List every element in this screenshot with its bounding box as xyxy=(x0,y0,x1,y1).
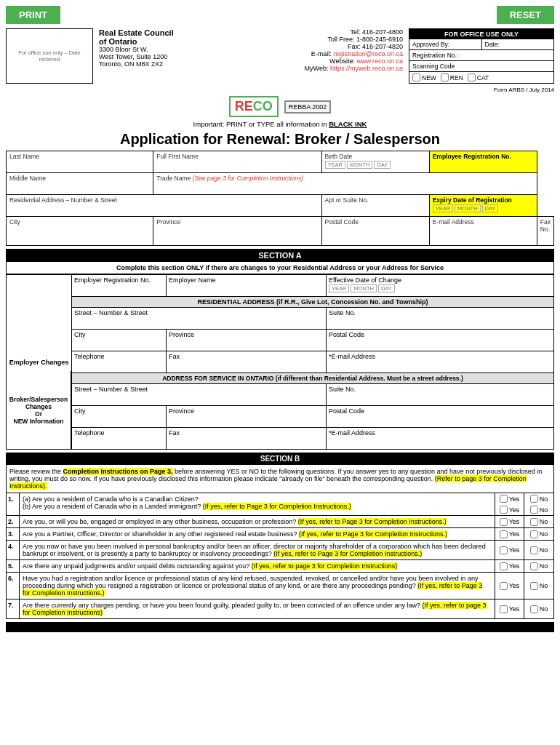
residential-address-input[interactable] xyxy=(9,204,319,215)
q5-yes-checkbox[interactable] xyxy=(500,562,508,570)
residential-address-label: Residential Address – Number & Street xyxy=(9,196,319,204)
logos-row: RECO REBBA 2002 xyxy=(6,96,554,117)
q4-yes-checkbox[interactable] xyxy=(500,546,508,554)
full-first-name-input[interactable] xyxy=(156,160,318,171)
city-label: City xyxy=(9,218,150,226)
q1b-no-checkbox[interactable] xyxy=(530,506,538,514)
ren-checkbox[interactable] xyxy=(441,73,449,81)
approved-by-label: Approved By: xyxy=(409,39,482,49)
apt-suite-input[interactable] xyxy=(325,204,426,215)
contact-info: Tel: 416-207-4800 Toll Free: 1-800-245-6… xyxy=(254,28,403,84)
office-box-label: For office use only – Date recieved xyxy=(8,49,91,63)
cat-checkbox[interactable] xyxy=(468,73,476,81)
city-a-input[interactable] xyxy=(74,338,164,349)
email-line: E-mail: registration@reco.on.ca xyxy=(254,50,403,57)
last-name-label: Last Name xyxy=(9,153,150,160)
apt-suite-label: Apt or Suite No. xyxy=(325,196,426,204)
last-name-cell: Last Name xyxy=(7,151,153,173)
fax-no-input[interactable] xyxy=(540,233,551,244)
email-input[interactable] xyxy=(433,226,534,236)
q3-no: No xyxy=(530,530,548,538)
q6-yes-checkbox[interactable] xyxy=(500,582,508,590)
form-id: Form ARBS / July 2014 xyxy=(6,87,554,93)
date-label: Date: xyxy=(482,39,554,49)
email-a-input[interactable] xyxy=(329,360,551,371)
effective-date-label: Effective Date of Change xyxy=(329,276,401,284)
top-bar: PRINT RESET xyxy=(6,6,554,24)
province-a-cell: Province xyxy=(167,330,327,351)
q3-num: 3. xyxy=(7,528,20,540)
employer-name-input[interactable] xyxy=(169,284,324,295)
myweb-value: https://myweb.reco.on.ca xyxy=(330,65,403,72)
fax-no-cell: Fax No. xyxy=(537,217,553,246)
q5-yes: Yes xyxy=(500,562,520,570)
postal-code-input[interactable] xyxy=(325,226,426,236)
email-a-cell: *E-mail Address xyxy=(327,351,554,373)
middle-name-input[interactable] xyxy=(9,182,150,193)
residential-address-cell: Residential Address – Number & Street xyxy=(7,195,322,217)
q1b-no: No xyxy=(530,506,548,514)
email-label-personal: E-mail Address xyxy=(433,218,534,226)
q1b-yes-checkbox[interactable] xyxy=(500,506,508,514)
postal-code-a-input[interactable] xyxy=(329,338,551,349)
question-6-row: 6. Have you had a registration and/or li… xyxy=(6,573,554,599)
street-number-input[interactable] xyxy=(74,316,324,327)
q6-no: No xyxy=(530,582,548,590)
tel-fax-row: Telephone Fax *E-mail Address xyxy=(7,351,554,373)
q2-no-checkbox[interactable] xyxy=(530,518,538,526)
q7-yes-checkbox[interactable] xyxy=(500,605,508,613)
q6-yes: Yes xyxy=(500,582,520,590)
q6-no-checkbox[interactable] xyxy=(530,582,538,590)
new-checkbox[interactable] xyxy=(412,73,420,81)
q1a-no-checkbox[interactable] xyxy=(530,495,538,503)
q3-yes-checkbox[interactable] xyxy=(500,530,508,538)
refer-page3: (Refer to page 3 for Completion Instruct… xyxy=(9,475,527,490)
q3-no-checkbox[interactable] xyxy=(530,530,538,538)
last-name-input[interactable] xyxy=(9,160,150,171)
effective-date-cell: Effective Date of Change YEAR MONTH DAY xyxy=(327,275,554,297)
q4-no-col: No xyxy=(524,541,553,559)
org-name: Real Estate Council xyxy=(99,28,248,37)
q1a-no: No xyxy=(530,495,548,503)
row-name-birthdate: Last Name Full First Name Birth Date YEA… xyxy=(7,151,554,173)
cat-checkbox-label: CAT xyxy=(468,73,489,81)
completion-instructions-link: Completion Instructions on Page 3, xyxy=(63,468,173,475)
q1a-yes-checkbox[interactable] xyxy=(500,495,508,503)
employer-reg-no-input[interactable] xyxy=(74,284,164,295)
province-input[interactable] xyxy=(156,226,318,236)
q5-no: No xyxy=(530,562,548,570)
employer-reg-no-label: Employer Registration No. xyxy=(74,276,151,284)
effective-date-fields: YEAR MONTH DAY xyxy=(329,284,551,292)
question-2-row: 2. Are you, or will you be, engaged or e… xyxy=(6,516,554,528)
print-button[interactable]: PRINT xyxy=(6,6,60,24)
fax-a-input[interactable] xyxy=(169,360,324,371)
q1-yes-col: Yes Yes xyxy=(495,493,524,515)
employer-name-label: Employer Name xyxy=(169,276,216,284)
q1-no-col: No No xyxy=(524,493,553,515)
employer-changes-row: Employer Changes Employer Registration N… xyxy=(7,275,554,297)
org-address1: 3300 Bloor St W. xyxy=(99,46,248,53)
trade-name-input[interactable] xyxy=(156,182,534,193)
city-input[interactable] xyxy=(9,226,150,236)
q7-num: 7. xyxy=(7,599,20,618)
telephone-a-input[interactable] xyxy=(74,360,164,371)
suite-no-input[interactable] xyxy=(329,316,551,327)
page: PRINT RESET For office use only – Date r… xyxy=(0,0,560,638)
email-label: E-mail: xyxy=(311,50,332,57)
q5-highlight: (If yes, refer to page 3 for Completion … xyxy=(252,562,398,570)
for-office-title: FOR OFFICE USE ONLY xyxy=(409,29,553,39)
province-a-input[interactable] xyxy=(169,338,324,349)
question-3-row: 3. Are you a Partner, Officer, Director … xyxy=(6,528,554,541)
q4-no-checkbox[interactable] xyxy=(530,546,538,554)
q7-yes-col: Yes xyxy=(495,599,524,618)
q6-text: Have you had a registration and/or licen… xyxy=(20,573,495,599)
city-a-cell: City xyxy=(72,330,167,351)
org-address3: Toronto, ON M8X 2X2 xyxy=(99,60,248,68)
q7-no-checkbox[interactable] xyxy=(530,605,538,613)
employee-reg-input[interactable] xyxy=(433,160,534,171)
reset-button[interactable]: RESET xyxy=(497,6,554,24)
section-a-subtitle: Complete this section ONLY if there are … xyxy=(6,262,554,274)
scanning-code-row: Scanning Code xyxy=(409,61,553,72)
q5-no-checkbox[interactable] xyxy=(530,562,538,570)
q2-yes-checkbox[interactable] xyxy=(500,518,508,526)
